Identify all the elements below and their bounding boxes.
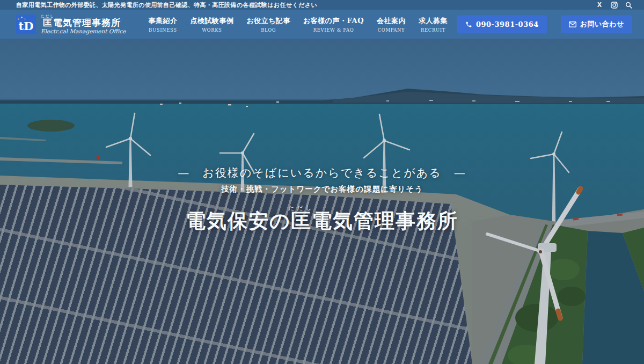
contact-button[interactable]: お問い合わせ <box>561 16 632 33</box>
phone-number: 090-3981-0364 <box>476 20 539 28</box>
nav-item-recruit[interactable]: 求人募集RECRUIT <box>419 16 448 33</box>
nav-item-review-faq[interactable]: お客様の声・FAQREVIEW & FAQ <box>303 16 364 33</box>
topbar: 自家用電気工作物の外部委託、太陽光発電所の使用前自己確認、特高・高圧設備の各種試… <box>0 0 644 10</box>
contact-label: お問い合わせ <box>580 19 624 29</box>
phone-button[interactable]: 090-3981-0364 <box>457 16 547 33</box>
site-logo[interactable]: tD 匡ただし電気管理事務所 Electr.cal Management Off… <box>16 14 126 34</box>
nav-item-company[interactable]: 会社案内COMPANY <box>377 16 406 33</box>
mail-icon <box>569 21 576 27</box>
sparkle-icon <box>21 17 23 18</box>
nav-item-blog[interactable]: お役立ち記事BLOG <box>246 16 290 33</box>
phone-icon <box>465 21 472 28</box>
nav-item-business[interactable]: 事業紹介BUSINESS <box>148 16 177 33</box>
search-icon[interactable] <box>625 1 632 9</box>
x-icon[interactable]: X <box>596 1 603 9</box>
topbar-message: 自家用電気工作物の外部委託、太陽光発電所の使用前自己確認、特高・高圧設備の各種試… <box>16 1 317 9</box>
logo-company-name: 匡ただし電気管理事務所 <box>41 14 126 27</box>
header-right: 事業紹介BUSINESS 点検試験事例WORKS お役立ち記事BLOG お客様の… <box>148 16 632 33</box>
hero-catchphrase: — お役様のそばにいるからできることがある — <box>0 165 644 180</box>
site-header: tD 匡ただし電気管理事務所 Electr.cal Management Off… <box>0 10 644 39</box>
logo-mark-icon: tD <box>16 14 36 34</box>
hero-section: — お役様のそばにいるからできることがある — 技術・挑戦・フットワークでお客様… <box>0 39 644 364</box>
instagram-icon[interactable] <box>610 1 618 9</box>
logo-mark-letters: tD <box>19 18 34 34</box>
headline-ruby: 匡ただし <box>291 209 312 232</box>
nav-item-works[interactable]: 点検試験事例WORKS <box>190 16 233 33</box>
logo-company-name-en: Electr.cal Management Office <box>41 28 126 34</box>
hero-text: — お役様のそばにいるからできることがある — 技術・挑戦・フットワークでお客様… <box>0 165 644 235</box>
main-nav: 事業紹介BUSINESS 点検試験事例WORKS お役立ち記事BLOG お客様の… <box>148 16 448 33</box>
logo-text: 匡ただし電気管理事務所 Electr.cal Management Office <box>41 14 126 34</box>
hero-headline: 電気保安の匡ただし電気管理事務所 <box>0 205 644 235</box>
topbar-social-icons: X <box>596 1 632 9</box>
hero-subcatchphrase: 技術・挑戦・フットワークでお客様の課題に寄りそう <box>0 184 644 194</box>
